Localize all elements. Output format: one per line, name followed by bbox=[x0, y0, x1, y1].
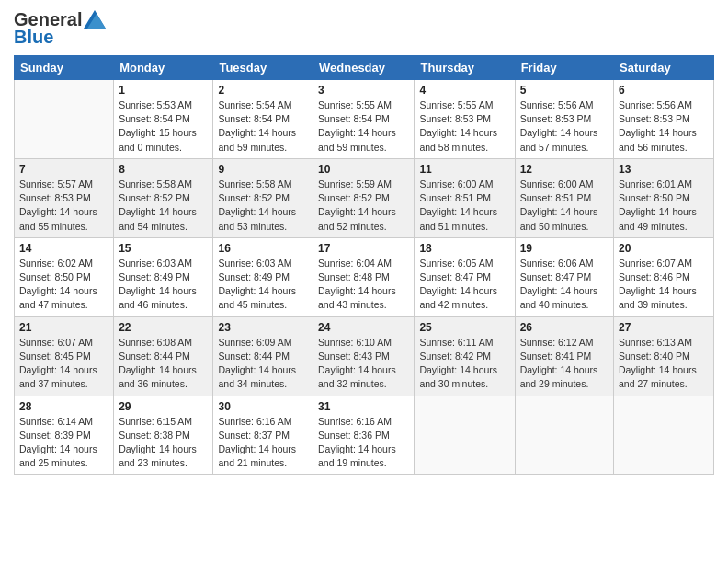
calendar-cell: 12Sunrise: 6:00 AMSunset: 8:51 PMDayligh… bbox=[515, 158, 613, 237]
daylight-text: Daylight: 14 hoursand 19 minutes. bbox=[318, 443, 396, 468]
sunset-text: Sunset: 8:47 PM bbox=[520, 271, 592, 282]
day-info: Sunrise: 6:11 AMSunset: 8:42 PMDaylight:… bbox=[419, 336, 509, 392]
daylight-text: Daylight: 14 hoursand 42 minutes. bbox=[419, 285, 497, 310]
day-info: Sunrise: 6:13 AMSunset: 8:40 PMDaylight:… bbox=[619, 336, 709, 392]
calendar-cell: 31Sunrise: 6:16 AMSunset: 8:36 PMDayligh… bbox=[313, 396, 415, 475]
sunrise-text: Sunrise: 6:12 AM bbox=[520, 337, 594, 348]
weekday-header-tuesday: Tuesday bbox=[213, 56, 313, 80]
sunset-text: Sunset: 8:54 PM bbox=[218, 113, 290, 124]
day-info: Sunrise: 6:03 AMSunset: 8:49 PMDaylight:… bbox=[119, 257, 208, 313]
day-number: 27 bbox=[619, 321, 709, 334]
day-number: 31 bbox=[318, 400, 409, 413]
sunrise-text: Sunrise: 6:00 AM bbox=[419, 178, 493, 190]
sunrise-text: Sunrise: 6:16 AM bbox=[218, 416, 291, 427]
day-number: 5 bbox=[520, 84, 609, 97]
calendar-cell: 26Sunrise: 6:12 AMSunset: 8:41 PMDayligh… bbox=[515, 316, 613, 396]
sunset-text: Sunset: 8:51 PM bbox=[419, 192, 491, 203]
daylight-text: Daylight: 14 hoursand 40 minutes. bbox=[520, 285, 598, 310]
daylight-text: Daylight: 14 hoursand 39 minutes. bbox=[619, 285, 697, 310]
sunrise-text: Sunrise: 5:58 AM bbox=[218, 178, 291, 190]
calendar-cell: 27Sunrise: 6:13 AMSunset: 8:40 PMDayligh… bbox=[614, 316, 714, 396]
weekday-header-thursday: Thursday bbox=[415, 56, 515, 80]
day-number: 23 bbox=[218, 321, 308, 334]
sunrise-text: Sunrise: 6:00 AM bbox=[520, 178, 594, 190]
calendar-cell: 1Sunrise: 5:53 AMSunset: 8:54 PMDaylight… bbox=[114, 80, 213, 159]
calendar-cell: 25Sunrise: 6:11 AMSunset: 8:42 PMDayligh… bbox=[415, 316, 515, 396]
daylight-text: Daylight: 14 hoursand 34 minutes. bbox=[218, 364, 296, 389]
day-info: Sunrise: 6:12 AMSunset: 8:41 PMDaylight:… bbox=[520, 336, 609, 392]
calendar-cell: 9Sunrise: 5:58 AMSunset: 8:52 PMDaylight… bbox=[213, 158, 313, 237]
sunrise-text: Sunrise: 6:08 AM bbox=[119, 337, 192, 348]
day-number: 8 bbox=[119, 163, 208, 176]
calendar-cell bbox=[614, 396, 714, 475]
daylight-text: Daylight: 14 hoursand 53 minutes. bbox=[218, 206, 296, 231]
sunrise-text: Sunrise: 6:15 AM bbox=[119, 416, 192, 427]
calendar-cell bbox=[515, 396, 613, 475]
calendar-week-row: 7Sunrise: 5:57 AMSunset: 8:53 PMDaylight… bbox=[15, 158, 714, 237]
day-number: 9 bbox=[218, 163, 308, 176]
daylight-text: Daylight: 14 hoursand 59 minutes. bbox=[318, 127, 396, 152]
day-info: Sunrise: 5:58 AMSunset: 8:52 PMDaylight:… bbox=[218, 178, 308, 234]
daylight-text: Daylight: 14 hoursand 46 minutes. bbox=[119, 285, 197, 310]
day-number: 3 bbox=[318, 84, 409, 97]
calendar-cell bbox=[15, 80, 114, 159]
calendar-cell: 24Sunrise: 6:10 AMSunset: 8:43 PMDayligh… bbox=[313, 316, 415, 396]
page-container: General Blue SundayMondayTuesdayWednesda… bbox=[0, 0, 728, 484]
day-info: Sunrise: 6:10 AMSunset: 8:43 PMDaylight:… bbox=[318, 336, 409, 392]
day-number: 12 bbox=[520, 163, 609, 176]
sunrise-text: Sunrise: 6:04 AM bbox=[318, 258, 392, 269]
sunset-text: Sunset: 8:52 PM bbox=[318, 192, 390, 203]
sunset-text: Sunset: 8:53 PM bbox=[19, 192, 91, 203]
day-number: 11 bbox=[419, 163, 509, 176]
calendar-cell: 10Sunrise: 5:59 AMSunset: 8:52 PMDayligh… bbox=[313, 158, 415, 237]
sunset-text: Sunset: 8:53 PM bbox=[619, 113, 690, 124]
sunset-text: Sunset: 8:48 PM bbox=[318, 271, 390, 282]
day-info: Sunrise: 5:55 AMSunset: 8:53 PMDaylight:… bbox=[419, 98, 509, 155]
sunrise-text: Sunrise: 6:03 AM bbox=[119, 258, 192, 269]
calendar-cell: 18Sunrise: 6:05 AMSunset: 8:47 PMDayligh… bbox=[415, 237, 515, 316]
daylight-text: Daylight: 14 hoursand 23 minutes. bbox=[119, 443, 197, 468]
daylight-text: Daylight: 14 hoursand 45 minutes. bbox=[218, 285, 296, 310]
calendar-cell: 14Sunrise: 6:02 AMSunset: 8:50 PMDayligh… bbox=[15, 237, 114, 316]
day-info: Sunrise: 6:14 AMSunset: 8:39 PMDaylight:… bbox=[19, 415, 108, 471]
calendar-cell: 17Sunrise: 6:04 AMSunset: 8:48 PMDayligh… bbox=[313, 237, 415, 316]
daylight-text: Daylight: 14 hoursand 59 minutes. bbox=[218, 127, 296, 152]
day-info: Sunrise: 5:53 AMSunset: 8:54 PMDaylight:… bbox=[119, 98, 208, 155]
logo-icon bbox=[84, 10, 106, 29]
day-info: Sunrise: 5:59 AMSunset: 8:52 PMDaylight:… bbox=[318, 178, 409, 234]
day-number: 13 bbox=[619, 163, 709, 176]
sunset-text: Sunset: 8:43 PM bbox=[318, 350, 390, 362]
sunset-text: Sunset: 8:40 PM bbox=[619, 350, 690, 362]
daylight-text: Daylight: 14 hoursand 36 minutes. bbox=[119, 364, 197, 389]
sunrise-text: Sunrise: 5:54 AM bbox=[218, 99, 291, 110]
weekday-header-sunday: Sunday bbox=[15, 56, 114, 80]
day-info: Sunrise: 6:00 AMSunset: 8:51 PMDaylight:… bbox=[520, 178, 609, 234]
day-info: Sunrise: 6:08 AMSunset: 8:44 PMDaylight:… bbox=[119, 336, 208, 392]
sunset-text: Sunset: 8:38 PM bbox=[119, 430, 190, 441]
day-info: Sunrise: 6:16 AMSunset: 8:37 PMDaylight:… bbox=[218, 415, 308, 471]
sunset-text: Sunset: 8:54 PM bbox=[119, 113, 190, 124]
day-info: Sunrise: 6:07 AMSunset: 8:46 PMDaylight:… bbox=[619, 257, 709, 313]
day-info: Sunrise: 6:16 AMSunset: 8:36 PMDaylight:… bbox=[318, 415, 409, 471]
calendar-cell: 6Sunrise: 5:56 AMSunset: 8:53 PMDaylight… bbox=[614, 80, 714, 159]
sunset-text: Sunset: 8:39 PM bbox=[19, 430, 91, 441]
day-number: 30 bbox=[218, 400, 308, 413]
sunrise-text: Sunrise: 6:16 AM bbox=[318, 416, 392, 427]
sunrise-text: Sunrise: 6:03 AM bbox=[218, 258, 291, 269]
calendar-week-row: 28Sunrise: 6:14 AMSunset: 8:39 PMDayligh… bbox=[15, 396, 714, 475]
sunset-text: Sunset: 8:49 PM bbox=[218, 271, 290, 282]
sunset-text: Sunset: 8:50 PM bbox=[619, 192, 690, 203]
daylight-text: Daylight: 14 hoursand 47 minutes. bbox=[19, 285, 97, 310]
sunset-text: Sunset: 8:51 PM bbox=[520, 192, 592, 203]
calendar-week-row: 14Sunrise: 6:02 AMSunset: 8:50 PMDayligh… bbox=[15, 237, 714, 316]
day-info: Sunrise: 5:56 AMSunset: 8:53 PMDaylight:… bbox=[520, 98, 609, 155]
calendar-cell: 23Sunrise: 6:09 AMSunset: 8:44 PMDayligh… bbox=[213, 316, 313, 396]
daylight-text: Daylight: 14 hoursand 56 minutes. bbox=[619, 127, 697, 152]
sunrise-text: Sunrise: 6:14 AM bbox=[19, 416, 93, 427]
sunset-text: Sunset: 8:49 PM bbox=[119, 271, 190, 282]
sunrise-text: Sunrise: 5:57 AM bbox=[19, 178, 93, 190]
day-number: 14 bbox=[19, 242, 108, 255]
calendar-cell: 11Sunrise: 6:00 AMSunset: 8:51 PMDayligh… bbox=[415, 158, 515, 237]
sunset-text: Sunset: 8:47 PM bbox=[419, 271, 491, 282]
day-number: 22 bbox=[119, 321, 208, 334]
